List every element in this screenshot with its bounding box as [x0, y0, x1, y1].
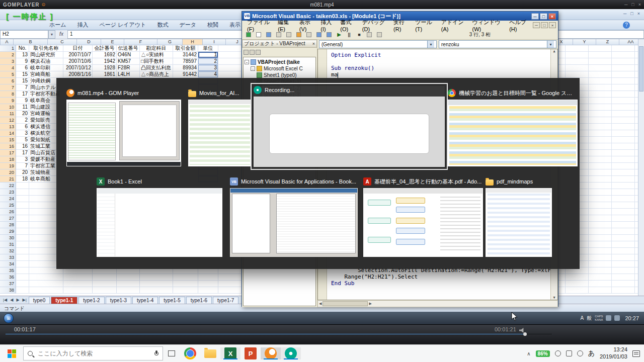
cell-I1[interactable]: [218, 45, 242, 52]
cell-Z10[interactable]: [612, 104, 635, 111]
cell-Y38[interactable]: [589, 287, 612, 294]
cell-Y29[interactable]: [589, 228, 612, 235]
row-header-34[interactable]: 34: [0, 261, 16, 267]
cell-H38[interactable]: [198, 287, 218, 294]
cell-Y4[interactable]: [589, 65, 612, 71]
cell-G36[interactable]: [173, 274, 198, 281]
cell-A30[interactable]: [16, 235, 29, 241]
cell-A29[interactable]: [16, 228, 29, 235]
cell-A3[interactable]: 9: [16, 58, 29, 65]
microphone-icon[interactable]: [154, 350, 158, 356]
cell-G37[interactable]: [173, 281, 198, 287]
cell-Y34[interactable]: [589, 261, 612, 267]
cell-Z7[interactable]: [612, 84, 635, 91]
cell-G5[interactable]: 91442: [173, 71, 198, 78]
cell-F36[interactable]: [140, 274, 173, 281]
cell-G1[interactable]: 取引金額: [173, 45, 198, 52]
row-header-6[interactable]: 6: [0, 78, 16, 84]
row-header-7[interactable]: 7: [0, 84, 16, 91]
cell-B1[interactable]: 取引先名称: [29, 45, 63, 52]
cell-A24[interactable]: [16, 196, 29, 202]
action-center-icon[interactable]: [632, 350, 640, 357]
cell-A4[interactable]: 6: [16, 65, 29, 71]
cell-I37[interactable]: [218, 281, 242, 287]
cell-A16[interactable]: 16: [16, 143, 29, 150]
cell-Z15[interactable]: [612, 137, 635, 143]
cell-A32[interactable]: [16, 248, 29, 254]
cell-Z32[interactable]: [612, 248, 635, 254]
row-header-14[interactable]: 14: [0, 130, 16, 137]
cell-F5[interactable]: △○商品売上: [140, 71, 173, 78]
cell-I3[interactable]: [218, 58, 242, 65]
cell-Y14[interactable]: [589, 130, 612, 137]
row-header-24[interactable]: 24: [0, 196, 16, 202]
cell-C1[interactable]: 日付: [63, 45, 93, 52]
cell-Z38[interactable]: [612, 287, 635, 294]
cell-A37[interactable]: [16, 281, 29, 287]
window-preview[interactable]: [254, 97, 445, 167]
cell-C2[interactable]: 2007/10/7: [63, 52, 93, 58]
cell-X2[interactable]: [566, 52, 589, 58]
cell-A23[interactable]: [16, 189, 29, 196]
cell-D2[interactable]: 1692: [93, 52, 117, 58]
cell-Z31[interactable]: [612, 241, 635, 248]
window-preview[interactable]: [486, 188, 552, 257]
row-header-29[interactable]: 29: [0, 228, 16, 235]
window-preview[interactable]: [66, 100, 181, 166]
alttab-thumbnail-mindmaps-folder[interactable]: pdf_mindmaps: [486, 177, 552, 257]
cell-Z1[interactable]: [612, 45, 635, 52]
cell-A17[interactable]: 17: [16, 150, 29, 156]
cell-D4[interactable]: 1928: [93, 65, 117, 71]
cell-A26[interactable]: [16, 209, 29, 215]
cell-Z36[interactable]: [612, 274, 635, 281]
column-header-Z[interactable]: Z: [596, 39, 619, 45]
network-icon[interactable]: [566, 350, 572, 356]
cell-A28[interactable]: [16, 222, 29, 228]
cell-Y11[interactable]: [589, 111, 612, 117]
taskbar-search[interactable]: [23, 346, 163, 360]
row-header-38[interactable]: 38: [0, 287, 16, 294]
row-header-16[interactable]: 16: [0, 143, 16, 150]
row-header-31[interactable]: 31: [0, 241, 16, 248]
cell-Y21[interactable]: [589, 176, 612, 183]
cell-Z16[interactable]: [612, 143, 635, 150]
cell-Y5[interactable]: [589, 71, 612, 78]
row-header-23[interactable]: 23: [0, 189, 16, 196]
cell-E1[interactable]: 伝送番号: [117, 45, 140, 52]
cell-A7[interactable]: 7: [16, 84, 29, 91]
cell-Z35[interactable]: [612, 267, 635, 274]
row-header-21[interactable]: 21: [0, 176, 16, 183]
cell-Y31[interactable]: [589, 241, 612, 248]
cell-Z27[interactable]: [612, 215, 635, 222]
column-header-G[interactable]: G: [157, 39, 183, 45]
cell-B3[interactable]: 横浜石油: [29, 58, 63, 65]
cell-A35[interactable]: [16, 267, 29, 274]
cell-Z17[interactable]: [612, 150, 635, 156]
alttab-thumbnail-recording[interactable]: Recording...: [254, 86, 445, 167]
cell-H3[interactable]: 2: [198, 58, 218, 65]
cell-Y9[interactable]: [589, 98, 612, 104]
cell-Y23[interactable]: [589, 189, 612, 196]
cell-Y27[interactable]: [589, 215, 612, 222]
cell-A11[interactable]: 20: [16, 111, 29, 117]
cell-A18[interactable]: 3: [16, 156, 29, 163]
cell-A27[interactable]: [16, 215, 29, 222]
taskbar-app-excel[interactable]: X: [220, 347, 240, 359]
start-button[interactable]: [0, 345, 23, 362]
cell-Y13[interactable]: [589, 124, 612, 130]
cell-F38[interactable]: [140, 287, 173, 294]
cell-Y16[interactable]: [589, 143, 612, 150]
cell-C38[interactable]: [63, 287, 93, 294]
alttab-thumbnail-movies-folder[interactable]: Movies_for_AI...: [188, 89, 252, 166]
taskbar-clock[interactable]: 13:24 2019/01/03: [600, 346, 627, 360]
alttab-thumbnail-pdf[interactable]: A基礎前半_04_思考と行動の基本.pdf - Ado...: [363, 177, 483, 257]
cell-D38[interactable]: [93, 287, 117, 294]
window-preview[interactable]: [448, 100, 578, 166]
cell-A22[interactable]: [16, 183, 29, 189]
column-header-D[interactable]: D: [77, 39, 101, 45]
cell-Y10[interactable]: [589, 104, 612, 111]
row-header-33[interactable]: 33: [0, 254, 16, 261]
cell-Y28[interactable]: [589, 222, 612, 228]
cell-D3[interactable]: 1942: [93, 58, 117, 65]
minimize-icon[interactable]: ─: [624, 2, 627, 7]
